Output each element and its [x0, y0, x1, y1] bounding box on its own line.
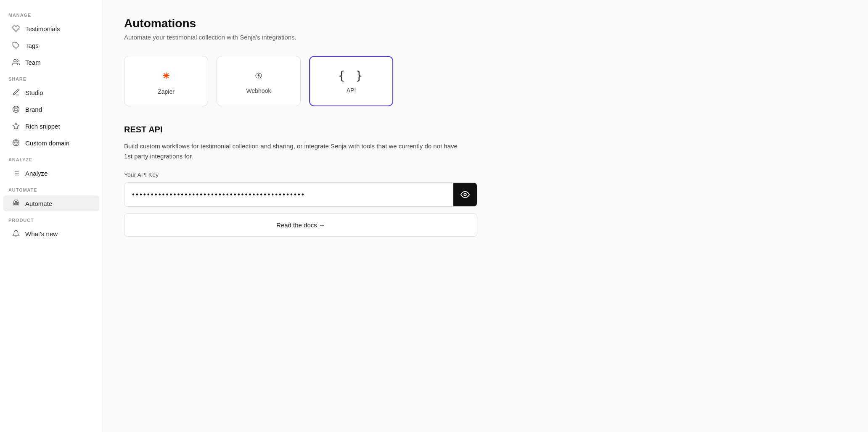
custom-domain-label: Custom domain — [25, 140, 69, 147]
automate-section-label: AUTOMATE — [0, 182, 103, 195]
sidebar-item-brand[interactable]: Brand — [3, 101, 99, 117]
manage-section-label: MANAGE — [0, 7, 103, 20]
tags-label: Tags — [25, 42, 39, 49]
svg-point-3 — [15, 108, 17, 111]
svg-line-5 — [17, 110, 18, 111]
analyze-section-label: ANALYZE — [0, 151, 103, 165]
webhook-label: Webhook — [246, 87, 271, 94]
sidebar-item-studio[interactable]: Studio — [3, 84, 99, 100]
sidebar-item-automate[interactable]: Automate — [3, 195, 99, 211]
sidebar-item-analyze[interactable]: Analyze — [3, 165, 99, 181]
eye-icon — [460, 190, 470, 199]
sidebar-item-custom-domain[interactable]: Custom domain — [3, 135, 99, 151]
product-section-label: PRODUCT — [0, 212, 103, 225]
studio-label: Studio — [25, 89, 43, 96]
sidebar: MANAGE Testimonials Tags Team — [0, 0, 103, 432]
svg-rect-18 — [16, 202, 17, 205]
svg-rect-19 — [18, 202, 19, 205]
zapier-card[interactable]: Zapier — [124, 56, 208, 106]
api-key-label: Your API Key — [124, 171, 847, 178]
read-docs-button[interactable]: Read the docs → — [124, 213, 477, 237]
integration-cards: Zapier Webhook { } API — [124, 56, 847, 106]
api-label: API — [347, 87, 356, 94]
show-api-key-button[interactable] — [453, 183, 477, 206]
sidebar-item-team[interactable]: Team — [3, 54, 99, 70]
sidebar-item-tags[interactable]: Tags — [3, 37, 99, 53]
svg-line-6 — [17, 107, 18, 108]
heart-icon — [12, 24, 20, 33]
team-icon — [12, 58, 20, 66]
bell-icon — [12, 229, 20, 238]
analyze-label: Analyze — [25, 170, 48, 177]
webhook-icon — [251, 68, 266, 83]
sidebar-item-testimonials[interactable]: Testimonials — [3, 21, 99, 37]
studio-icon — [12, 88, 20, 97]
api-card[interactable]: { } API — [309, 56, 393, 106]
analyze-icon — [12, 169, 20, 177]
whats-new-label: What's new — [25, 230, 58, 237]
rest-api-description: Build custom workflows for testimonial c… — [124, 141, 460, 161]
webhook-card[interactable]: Webhook — [217, 56, 301, 106]
sidebar-item-rich-snippet[interactable]: Rich snippet — [3, 118, 99, 134]
page-subtitle: Automate your testimonial collection wit… — [124, 34, 847, 41]
api-key-input[interactable] — [124, 184, 453, 205]
team-label: Team — [25, 59, 41, 66]
share-section-label: SHARE — [0, 71, 103, 84]
rich-snippet-label: Rich snippet — [25, 123, 60, 130]
page-title: Automations — [124, 17, 847, 30]
svg-rect-17 — [13, 203, 14, 205]
api-key-row — [124, 182, 477, 207]
zapier-icon — [158, 67, 175, 84]
automate-label: Automate — [25, 200, 52, 207]
svg-line-7 — [14, 110, 15, 111]
svg-point-25 — [464, 193, 466, 196]
svg-point-24 — [258, 75, 259, 76]
globe-icon — [12, 139, 20, 147]
brand-label: Brand — [25, 106, 42, 113]
api-curly-braces-icon: { } — [338, 69, 365, 83]
rest-api-title: REST API — [124, 125, 847, 134]
brand-icon — [12, 105, 20, 113]
main-content: Automations Automate your testimonial co… — [103, 0, 868, 432]
sidebar-item-whats-new[interactable]: What's new — [3, 226, 99, 242]
svg-line-4 — [14, 107, 15, 108]
zapier-label: Zapier — [158, 88, 175, 95]
testimonials-label: Testimonials — [25, 25, 60, 32]
automate-icon — [12, 199, 20, 208]
rich-snippet-icon — [12, 122, 20, 130]
tag-icon — [12, 41, 20, 50]
svg-point-1 — [14, 59, 16, 62]
svg-marker-8 — [13, 123, 19, 129]
